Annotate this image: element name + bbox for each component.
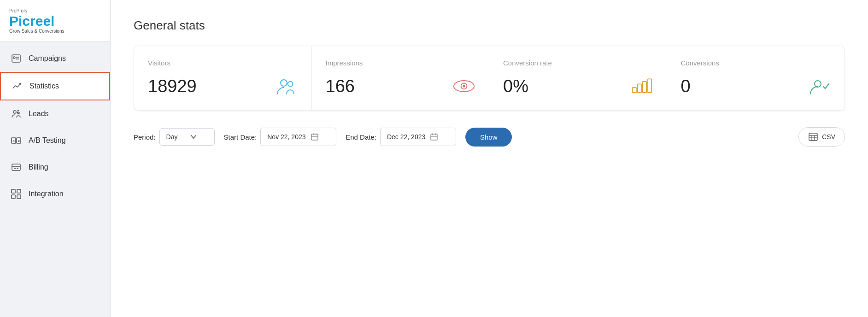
logo: ProProfs Picreel Grow Sales & Conversion…: [0, 0, 110, 41]
statistics-label: Statistics: [29, 82, 59, 90]
billing-label: Billing: [29, 163, 48, 171]
svg-rect-30: [311, 134, 318, 140]
visitors-value: 18929: [148, 76, 197, 96]
stats-grid: Visitors 18929 Impressions 166: [134, 46, 845, 111]
period-group: Period: Day: [134, 128, 215, 146]
sidebar-item-billing[interactable]: Billing: [0, 154, 110, 181]
stat-card-conversions: Conversions 0: [667, 46, 845, 110]
conversions-value-row: 0: [681, 75, 831, 97]
sidebar-item-integration[interactable]: Integration: [0, 181, 110, 207]
conversion-rate-value: 0%: [503, 76, 528, 96]
show-button[interactable]: Show: [465, 128, 512, 147]
tagline: Grow Sales & Conversions: [9, 29, 101, 34]
svg-text:A: A: [13, 140, 15, 142]
impressions-value: 166: [326, 76, 355, 96]
stat-card-conversion-rate: Conversion rate 0%: [489, 46, 667, 110]
impressions-value-row: 166: [326, 75, 475, 97]
conversions-icon: [809, 75, 831, 97]
start-date-input[interactable]: Nov 22, 2023: [260, 128, 336, 146]
svg-rect-27: [642, 82, 646, 93]
svg-rect-25: [632, 88, 636, 93]
svg-point-24: [463, 85, 465, 88]
leads-icon: [10, 108, 22, 120]
conversion-rate-label: Conversion rate: [503, 59, 653, 67]
conversions-value: 0: [681, 76, 691, 96]
conversion-rate-value-row: 0%: [503, 75, 653, 97]
visitors-icon: [276, 75, 298, 97]
sidebar-item-campaigns[interactable]: Campaigns: [0, 45, 110, 72]
visitors-label: Visitors: [148, 59, 298, 67]
svg-rect-38: [809, 133, 817, 141]
svg-point-4: [13, 111, 16, 113]
svg-point-29: [815, 81, 821, 87]
svg-rect-34: [431, 134, 437, 140]
svg-point-1: [13, 57, 15, 59]
billing-icon: [10, 161, 22, 173]
stat-card-visitors: Visitors 18929: [134, 46, 312, 110]
svg-text:B: B: [18, 140, 20, 142]
impressions-icon: [453, 75, 475, 97]
ab-testing-label: A/B Testing: [29, 136, 66, 145]
nav-menu: Campaigns Statistics: [0, 41, 110, 317]
period-label: Period:: [134, 133, 156, 141]
conversion-rate-icon: [631, 75, 653, 97]
impressions-label: Impressions: [326, 59, 475, 67]
campaigns-icon: [10, 53, 22, 65]
svg-rect-12: [12, 164, 20, 170]
start-date-group: Start Date: Nov 22, 2023: [224, 128, 337, 146]
integration-label: Integration: [29, 190, 64, 198]
sidebar-item-statistics[interactable]: Statistics: [0, 72, 110, 100]
statistics-icon: [11, 80, 23, 92]
svg-rect-0: [12, 55, 20, 62]
leads-label: Leads: [29, 110, 49, 118]
svg-rect-19: [17, 195, 21, 199]
svg-line-6: [17, 110, 19, 111]
conversions-label: Conversions: [681, 59, 831, 67]
ab-testing-icon: A B: [10, 135, 22, 147]
svg-point-20: [281, 80, 287, 86]
start-date-label: Start Date:: [224, 133, 257, 141]
sidebar: ProProfs Picreel Grow Sales & Conversion…: [0, 0, 111, 317]
proprofs-label: ProProfs: [9, 8, 101, 13]
calendar-icon: [311, 133, 319, 141]
stat-card-impressions: Impressions 166: [312, 46, 490, 110]
svg-rect-28: [647, 79, 651, 93]
campaigns-label: Campaigns: [29, 54, 66, 63]
sidebar-item-ab-testing[interactable]: A B A/B Testing: [0, 127, 110, 154]
end-date-input[interactable]: Dec 22, 2023: [380, 128, 456, 146]
chevron-down-icon: [190, 134, 197, 140]
visitors-value-row: 18929: [148, 75, 298, 97]
end-date-group: End Date: Dec 22, 2023: [346, 128, 456, 146]
svg-rect-26: [637, 84, 641, 92]
end-date-value: Dec 22, 2023: [387, 133, 425, 141]
start-date-value: Nov 22, 2023: [267, 133, 305, 141]
period-value: Day: [166, 133, 178, 141]
csv-icon: [808, 132, 818, 141]
sidebar-item-leads[interactable]: Leads: [0, 100, 110, 127]
csv-button[interactable]: CSV: [798, 127, 845, 147]
svg-rect-16: [12, 189, 15, 193]
csv-label: CSV: [822, 133, 835, 141]
page-title: General stats: [134, 18, 845, 33]
filter-row: Period: Day Start Date: Nov 22, 2023: [134, 127, 845, 147]
end-date-label: End Date:: [346, 133, 376, 141]
picreel-logo: Picreel: [9, 14, 101, 28]
svg-point-21: [287, 82, 293, 87]
svg-rect-18: [12, 195, 15, 199]
main-content: General stats Visitors 18929 Impressions: [111, 0, 868, 317]
period-select[interactable]: Day: [159, 128, 215, 146]
svg-rect-17: [17, 189, 21, 193]
calendar-icon-end: [430, 133, 438, 141]
integration-icon: [10, 188, 22, 200]
